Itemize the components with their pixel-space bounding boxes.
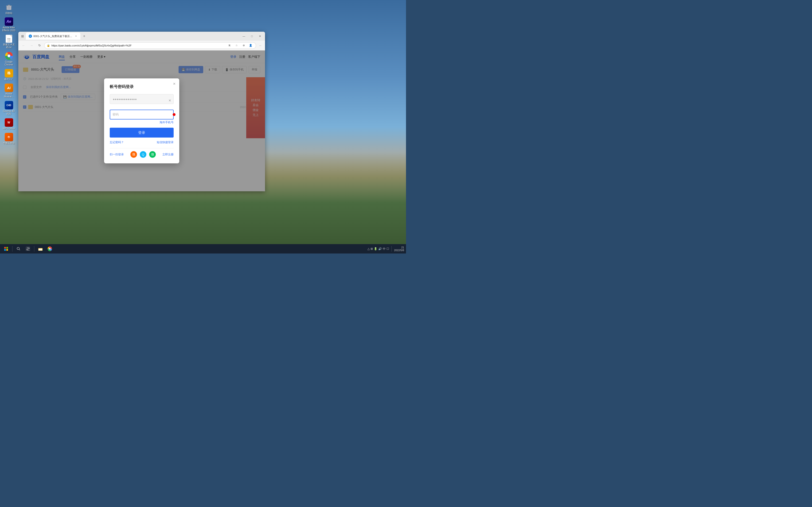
social-icons: 微 Q 微 (131, 151, 156, 158)
foreign-phone-row: 海外手机号 (110, 120, 173, 124)
browser-tab-bar: ⊞ 百 0001-大气片头_免费高速下载百... × + (20, 33, 239, 40)
taskbar-battery-icon[interactable]: 🔋 (374, 247, 377, 250)
address-actions: 𝐑 ☆ ⊕ 👤 (227, 43, 254, 48)
svg-rect-22 (28, 248, 30, 251)
refresh-btn[interactable]: ↻ (36, 42, 43, 49)
taskbar-right: △ ⊞ 🔋 🔊 中 ☐ 21 2022/5/8 (367, 246, 404, 251)
address-bar[interactable]: 🔒 https://pan.baidu.com/s/1ytoNjjxqrmzlM… (44, 42, 256, 49)
browser-titlebar: ⊞ 百 0001-大气片头_免费高速下载百... × + — □ ✕ (18, 32, 265, 41)
desktop-icon-ae[interactable]: Ae Adobe After Effects 2020 (1, 16, 17, 33)
taskbar-chrome-btn[interactable] (46, 244, 54, 253)
svg-point-18 (17, 247, 19, 250)
tab-grid-btn[interactable]: ⊞ (20, 34, 25, 39)
chrome-label: Google Chrome (5, 61, 13, 66)
svg-rect-17 (6, 249, 8, 251)
svg-line-19 (19, 249, 20, 250)
taskbar-clock[interactable]: 21 2022/5/8 (394, 246, 404, 251)
modal-overlay[interactable]: × 帐号密码登录 ✕ 密码 海外手机号 登录 (18, 50, 265, 191)
new-tab-btn[interactable]: + (81, 33, 87, 39)
svg-rect-25 (39, 248, 42, 250)
c4d-label: Cinema 4D R20 (3, 110, 14, 115)
login-submit-btn[interactable]: 登录 (110, 128, 173, 137)
taskbar-network-icon[interactable]: ⊞ (370, 247, 373, 250)
tab-close-btn[interactable]: × (74, 35, 78, 38)
taskbar-chevron-icon[interactable]: △ (367, 247, 369, 250)
taskview-btn[interactable] (24, 244, 32, 253)
browser-tab-active[interactable]: 百 0001-大气片头_免费高速下载百... × (26, 33, 80, 40)
taskbar-explorer-btn[interactable] (36, 244, 45, 253)
close-btn[interactable]: ✕ (257, 34, 263, 39)
desktop-icon-recycle[interactable]: 回收站 (1, 2, 17, 15)
desktop-icon-txt[interactable]: 新建文本 新建文本文 档.txt (1, 34, 17, 50)
desktop-icon-c4d[interactable]: C4D Cinema 4D R20 (1, 100, 17, 116)
more-btn[interactable]: ··· (257, 43, 263, 48)
favorite-btn[interactable]: ☆ (234, 43, 240, 48)
foreign-phone-link[interactable]: 海外手机号 (159, 120, 173, 124)
svg-point-8 (7, 55, 10, 57)
weibo-login-btn[interactable]: 微 (131, 151, 137, 158)
svg-text:百: 百 (30, 36, 31, 37)
desktop-icon-niutu[interactable]: 牛 牛图工作台 (1, 132, 17, 146)
modal-close-btn[interactable]: × (173, 82, 175, 86)
clear-icon[interactable]: ✕ (168, 99, 171, 102)
taskbar-search-btn[interactable] (14, 244, 23, 253)
password-input[interactable] (110, 110, 173, 119)
username-wrapper: ✕ (110, 94, 173, 107)
address-security-icon: 🔒 (47, 44, 50, 47)
taskbar-left (2, 244, 54, 253)
collection-btn[interactable]: ⊕ (241, 43, 247, 48)
svg-rect-21 (28, 247, 30, 248)
browser-window: ⊞ 百 0001-大气片头_免费高速下载百... × + — □ ✕ ← → ↻ (18, 32, 265, 191)
scan-login-link[interactable]: 扫一扫登录 (110, 153, 124, 157)
read-mode-btn[interactable]: 𝐑 (227, 43, 233, 48)
modal-footer-links: 忘记密码？ 短信快捷登录 (110, 140, 173, 144)
forgot-password-link[interactable]: 忘记密码？ (110, 140, 124, 144)
taskbar-divider-1 (12, 246, 12, 251)
svg-rect-23 (26, 249, 28, 251)
username-input[interactable] (110, 94, 173, 104)
svg-rect-14 (4, 247, 6, 248)
wps-label: WPS Office (3, 127, 15, 130)
svg-point-28 (49, 248, 51, 249)
browser-content: 百度网盘 网盘 分享 一刻相册 更多 ▾ 登录 注册 (18, 50, 265, 191)
wechat-login-btn[interactable]: 微 (149, 151, 156, 158)
taskbar-sys-icons: △ ⊞ 🔋 🔊 中 ☐ (367, 247, 389, 251)
svg-rect-15 (6, 247, 8, 248)
sms-login-link[interactable]: 短信快捷登录 (157, 140, 173, 144)
browser-navbar: ← → ↻ 🔒 https://pan.baidu.com/s/1ytoNjjx… (18, 41, 265, 50)
minimize-btn[interactable]: — (241, 34, 247, 39)
desktop-icon-chrome[interactable]: Google Chrome (1, 51, 17, 67)
desktop-icon-wps[interactable]: W WPS Office (1, 117, 17, 131)
svg-rect-20 (26, 247, 28, 249)
taskbar: △ ⊞ 🔋 🔊 中 ☐ 21 2022/5/8 (0, 244, 406, 253)
taskbar-action-center-icon[interactable]: ☐ (387, 247, 389, 250)
window-controls: — □ ✕ (241, 34, 263, 39)
desktop-icon-ai[interactable]: Ai Adobe Illustrat... (1, 82, 17, 99)
txt-label: 新建文本文 档.txt (3, 43, 15, 49)
nav-extra-btns: ··· (257, 43, 263, 48)
taskbar-time-date: 2022/5/8 (394, 249, 404, 251)
password-wrapper: 密码 (110, 110, 173, 119)
modal-title: 帐号密码登录 (110, 84, 173, 90)
register-link[interactable]: 立即注册 (162, 153, 173, 157)
address-url-text: https://pan.baidu.com/s/1ytoNjjxqrmzlMSu… (51, 44, 225, 47)
tab-favicon: 百 (29, 35, 32, 38)
desktop-icon-area: 回收站 Ae Adobe After Effects 2020 新建文本 新建文… (0, 0, 18, 202)
modal-social: 扫一扫登录 微 Q 微 立即注册 (110, 151, 173, 158)
ai-label: Adobe Illustrat... (2, 93, 16, 98)
back-btn[interactable]: ← (20, 42, 27, 49)
error-dot (173, 113, 175, 116)
maximize-btn[interactable]: □ (249, 34, 255, 39)
start-btn[interactable] (2, 244, 10, 253)
ae-label: Adobe After Effects 2020 (2, 26, 15, 32)
tab-label: 0001-大气片头_免费高速下载百... (33, 35, 72, 38)
account-btn[interactable]: 👤 (248, 43, 254, 48)
niutu-label: 牛图工作台 (3, 142, 15, 145)
taskbar-volume-icon[interactable]: 🔊 (378, 247, 382, 250)
desktop-icon-format[interactable]: 格 格式工厂 (1, 68, 17, 82)
forward-btn[interactable]: → (28, 42, 35, 49)
format-label: 格式工厂 (4, 78, 14, 81)
qq-login-btn[interactable]: Q (140, 151, 146, 158)
svg-rect-16 (4, 249, 6, 251)
taskbar-ime-icon[interactable]: 中 (383, 247, 386, 251)
